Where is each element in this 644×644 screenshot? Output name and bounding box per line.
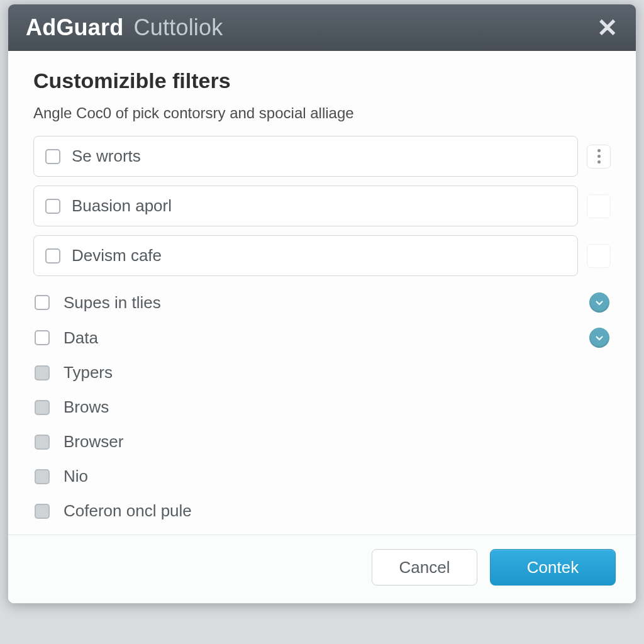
dialog-window: AdGuard Cuttoliok ✕ Customizible filters… — [8, 4, 636, 604]
filter-item-coferon-oncl-pule[interactable]: Coferon oncl pule — [33, 494, 611, 528]
filter-item-brows[interactable]: Brows — [33, 390, 611, 425]
checkbox-icon[interactable] — [35, 435, 50, 450]
chevron-down-icon — [594, 333, 604, 343]
chevron-down-icon — [594, 297, 604, 308]
checkbox-icon[interactable] — [35, 469, 50, 484]
filter-label: Nio — [64, 467, 88, 486]
checkbox-icon[interactable] — [35, 504, 50, 519]
filter-label: Brows — [64, 397, 109, 417]
dialog-body: Customizible filters Angle Coc0 of pick … — [8, 51, 636, 535]
section-heading: Customizible filters — [33, 69, 611, 93]
expand-badge[interactable] — [589, 328, 609, 348]
section-description: Angle Coc0 of pick contorsry and spocial… — [33, 104, 611, 122]
filter-label: Buasion aporl — [72, 196, 172, 216]
window-title: AdGuard Cuttoliok — [26, 14, 223, 41]
dialog-footer: Cancel Contek — [8, 535, 636, 603]
filter-label: Se wrorts — [72, 147, 141, 166]
filter-label: Typers — [64, 363, 113, 382]
filter-item-data[interactable]: Data — [33, 320, 611, 355]
filter-item-devism-cafe[interactable]: Devism cafe — [33, 235, 578, 276]
filter-item-se-wrorts[interactable]: Se wrorts — [33, 136, 578, 177]
filter-item-browser[interactable]: Browser — [33, 425, 611, 459]
checkbox-icon[interactable] — [35, 295, 50, 310]
filter-boxed-row: Se wrorts — [33, 136, 611, 177]
cancel-button[interactable]: Cancel — [372, 549, 477, 586]
checkbox-icon[interactable] — [35, 330, 50, 345]
filter-plain-list: Supes in tlies Data Typers B — [33, 285, 611, 528]
filter-label: Supes in tlies — [64, 293, 161, 313]
confirm-button[interactable]: Contek — [490, 549, 616, 586]
more-options-button[interactable] — [587, 145, 611, 169]
filter-item-supes-in-tlies[interactable]: Supes in tlies — [33, 285, 611, 320]
checkbox-icon[interactable] — [35, 365, 50, 380]
filter-label: Coferon oncl pule — [64, 501, 192, 521]
side-placeholder-icon — [587, 194, 611, 218]
filter-label: Browser — [64, 432, 123, 452]
filter-item-typers[interactable]: Typers — [33, 355, 611, 390]
filter-label: Data — [64, 328, 98, 348]
checkbox-icon[interactable] — [35, 400, 50, 415]
side-placeholder-icon — [587, 244, 611, 268]
filter-item-nio[interactable]: Nio — [33, 459, 611, 494]
filter-boxed-row: Devism cafe — [33, 235, 611, 276]
close-icon[interactable]: ✕ — [597, 15, 618, 40]
checkbox-icon[interactable] — [45, 149, 60, 164]
expand-badge[interactable] — [589, 292, 609, 313]
app-name: AdGuard — [26, 14, 123, 40]
filter-label: Devism cafe — [72, 246, 162, 265]
filter-item-buasion-aporl[interactable]: Buasion aporl — [33, 186, 578, 226]
checkbox-icon[interactable] — [45, 248, 60, 264]
titlebar: AdGuard Cuttoliok ✕ — [8, 4, 636, 51]
kebab-icon — [597, 149, 601, 164]
filter-boxed-row: Buasion aporl — [33, 186, 611, 226]
checkbox-icon[interactable] — [45, 199, 60, 214]
window-subtitle: Cuttoliok — [134, 14, 223, 40]
